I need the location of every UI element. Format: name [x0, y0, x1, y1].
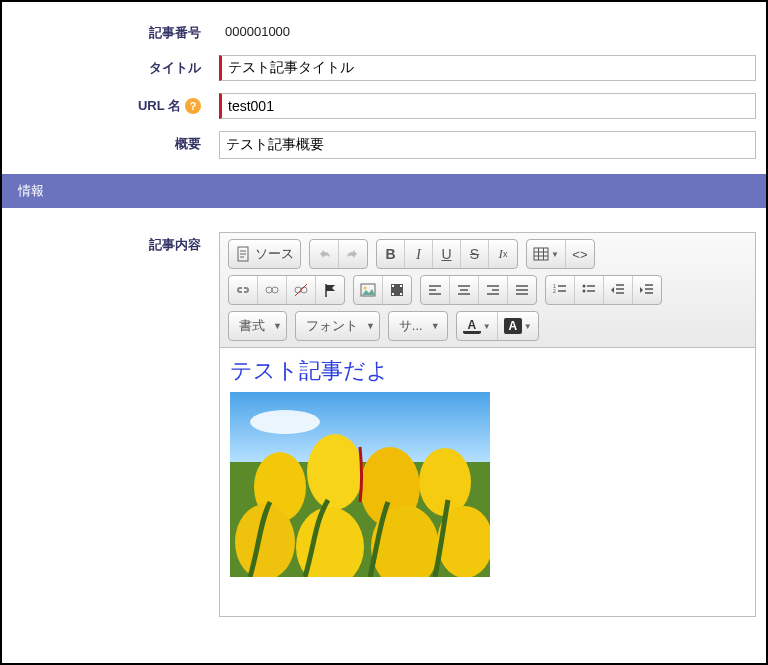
article-number-label: 記事番号: [2, 20, 207, 42]
align-center-icon: [456, 282, 472, 298]
svg-point-11: [295, 287, 301, 293]
url-name-input[interactable]: [219, 93, 756, 119]
svg-rect-21: [400, 293, 402, 295]
svg-text:2: 2: [553, 288, 556, 294]
font-combo[interactable]: フォント▼: [295, 311, 380, 341]
svg-point-38: [583, 285, 586, 288]
chevron-down-icon: ▼: [273, 321, 282, 331]
chevron-down-icon: ▼: [431, 321, 440, 331]
title-label: タイトル: [2, 55, 207, 77]
section-header-info: 情報: [2, 174, 766, 208]
table-button[interactable]: ▼: [527, 240, 566, 268]
codeblock-button[interactable]: <>: [566, 240, 594, 268]
redo-button[interactable]: [339, 240, 367, 268]
svg-point-39: [583, 290, 586, 293]
svg-point-52: [307, 434, 363, 510]
svg-rect-4: [534, 248, 548, 260]
image-icon: [360, 282, 376, 298]
svg-rect-20: [400, 285, 402, 287]
title-row: タイトル: [2, 49, 766, 87]
anchor-button[interactable]: [316, 276, 344, 304]
ul-button[interactable]: [575, 276, 604, 304]
ordered-list-icon: 12: [552, 282, 568, 298]
svg-point-49: [250, 410, 320, 434]
content-row: 記事内容 ソース B I U S Ix: [2, 226, 766, 623]
text-color-button[interactable]: A▼: [457, 312, 498, 340]
unlink-button[interactable]: [287, 276, 316, 304]
outdent-icon: [610, 282, 626, 298]
bold-button[interactable]: B: [377, 240, 405, 268]
size-combo[interactable]: サ...▼: [388, 311, 448, 341]
link-tool-2[interactable]: [258, 276, 287, 304]
bg-color-button[interactable]: A▼: [498, 312, 538, 340]
ol-button[interactable]: 12: [546, 276, 575, 304]
table-icon: [533, 246, 549, 262]
align-right-icon: [485, 282, 501, 298]
image-button[interactable]: [354, 276, 383, 304]
align-right-button[interactable]: [479, 276, 508, 304]
clear-format-button[interactable]: Ix: [489, 240, 517, 268]
svg-rect-18: [392, 285, 394, 287]
svg-line-13: [295, 284, 307, 296]
link-icon: [235, 282, 251, 298]
indent-icon: [639, 282, 655, 298]
article-number-value: 000001000: [219, 20, 296, 43]
content-label: 記事内容: [2, 232, 207, 254]
url-name-row: URL 名 ?: [2, 87, 766, 125]
unordered-list-icon: [581, 282, 597, 298]
align-justify-button[interactable]: [508, 276, 536, 304]
undo-icon: [316, 246, 332, 262]
content-heading: テスト記事だよ: [230, 356, 745, 386]
document-icon: [235, 246, 251, 262]
redo-icon: [345, 246, 361, 262]
summary-input[interactable]: テスト記事概要: [219, 131, 756, 159]
summary-row: 概要 テスト記事概要: [2, 125, 766, 168]
media-button[interactable]: [383, 276, 411, 304]
align-left-button[interactable]: [421, 276, 450, 304]
italic-button[interactable]: I: [405, 240, 433, 268]
svg-rect-19: [392, 293, 394, 295]
article-number-row: 記事番号 000001000: [2, 14, 766, 49]
flag-icon: [322, 282, 338, 298]
svg-point-10: [272, 287, 278, 293]
embedded-image[interactable]: [230, 392, 490, 577]
underline-button[interactable]: U: [433, 240, 461, 268]
format-combo[interactable]: 書式▼: [228, 311, 287, 341]
chevron-down-icon: ▼: [366, 321, 375, 331]
film-icon: [389, 282, 405, 298]
unlink-icon: [293, 282, 309, 298]
link-tool-1[interactable]: [229, 276, 258, 304]
url-name-label: URL 名: [138, 97, 181, 115]
align-left-icon: [427, 282, 443, 298]
editor-content-area[interactable]: テスト記事だよ: [219, 347, 756, 617]
align-center-button[interactable]: [450, 276, 479, 304]
align-justify-icon: [514, 282, 530, 298]
svg-point-16: [364, 287, 367, 290]
svg-point-12: [301, 287, 307, 293]
indent-button[interactable]: [633, 276, 661, 304]
chain-icon: [264, 282, 280, 298]
summary-label: 概要: [2, 131, 207, 153]
editor-toolbar: ソース B I U S Ix ▼ <>: [219, 232, 756, 347]
undo-button[interactable]: [310, 240, 339, 268]
source-button[interactable]: ソース: [229, 240, 300, 268]
outdent-button[interactable]: [604, 276, 633, 304]
title-input[interactable]: [219, 55, 756, 81]
svg-point-9: [266, 287, 272, 293]
strike-button[interactable]: S: [461, 240, 489, 268]
help-icon[interactable]: ?: [185, 98, 201, 114]
